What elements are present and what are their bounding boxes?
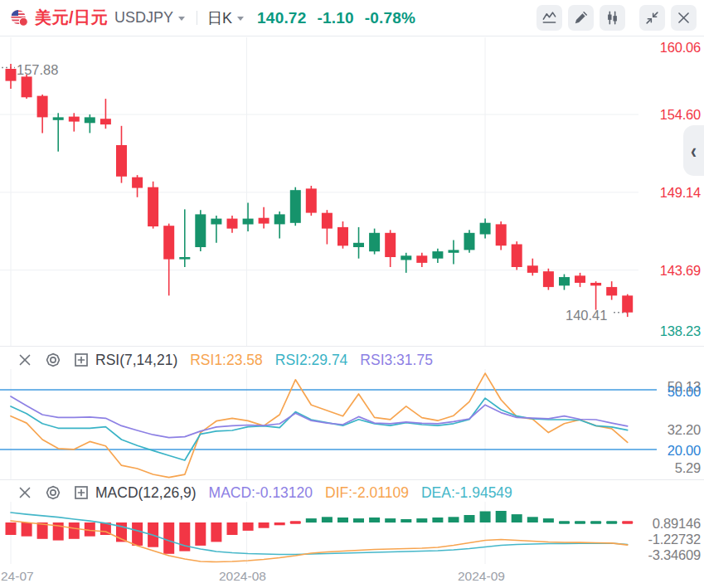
macd-value: MACD:-0.13120 [209, 484, 313, 502]
time-tick: 2024-09 [458, 569, 505, 584]
low-price-annotation: 140.41 [566, 308, 607, 323]
draw-button[interactable] [568, 5, 594, 31]
rsi2-value: RSI2:29.74 [275, 352, 348, 369]
indicator-icon [541, 10, 557, 26]
trading-chart-app: 美元/日元 USDJPY 日K 140.72 -1.10 -0.78% [0, 0, 704, 588]
time-tick: 2024-08 [219, 569, 266, 584]
macd-header: MACD(12,26,9) MACD:-0.13120 DIF:-2.01109… [0, 481, 638, 504]
rsi-header: RSI(7,14,21) RSI1:23.58 RSI2:29.74 RSI3:… [0, 348, 638, 372]
interval-label: 日K [207, 8, 232, 28]
macd-title: MACD(12,26,9) [95, 484, 197, 502]
macd-tick: -1.22732 [648, 531, 701, 547]
macd-add-button[interactable] [72, 484, 90, 502]
candlestick-chart[interactable] [0, 37, 704, 346]
candlestick-icon [604, 10, 620, 26]
chevron-left-icon: ‹ [691, 139, 697, 161]
collapse-axis-tab[interactable]: ‹ [683, 125, 704, 176]
collapse-button[interactable] [639, 5, 665, 31]
price-tick: 160.06 [660, 39, 701, 56]
open-price-annotation: 157.88 [17, 62, 58, 78]
rsi3-value: RSI3:31.75 [360, 352, 433, 369]
rsi-chart[interactable] [0, 369, 704, 479]
pair-code-label: USDJPY [114, 9, 173, 27]
panel-separator [0, 346, 704, 347]
rsi-settings-button[interactable] [44, 352, 61, 369]
currency-pair-flag-icon [10, 8, 29, 27]
rsi-tick: 5.29 [675, 459, 701, 476]
quote-block: 140.72 -1.10 -0.78% [257, 9, 426, 27]
pair-selector[interactable]: USDJPY [114, 9, 185, 27]
rsi-tick: 32.20 [668, 421, 701, 438]
gear-icon [46, 352, 61, 367]
price-change: -1.10 [317, 9, 353, 27]
dif-value: DIF:-2.01109 [325, 484, 409, 502]
rsi-remove-button[interactable] [16, 352, 33, 369]
interval-selector[interactable]: 日K [207, 8, 244, 28]
dea-value: DEA:-1.94549 [421, 484, 512, 502]
pair-info: 美元/日元 USDJPY 日K 140.72 -1.10 -0.78% [0, 7, 426, 29]
macd-settings-button[interactable] [44, 484, 61, 502]
chevron-down-icon [178, 17, 185, 21]
plus-square-icon [74, 485, 89, 500]
rsi-tick: 50.00 [668, 383, 701, 400]
chart-header: 美元/日元 USDJPY 日K 140.72 -1.10 -0.78% [0, 0, 704, 36]
gear-icon [46, 485, 61, 500]
rsi-tick: 20.00 [668, 442, 701, 459]
price-change-pct: -0.78% [365, 9, 415, 27]
last-price: 140.72 [257, 9, 306, 27]
close-chart-button[interactable] [671, 5, 697, 31]
price-tick: 138.23 [660, 323, 701, 339]
divider [197, 11, 197, 25]
price-tick: 143.69 [660, 262, 701, 279]
chevron-down-icon [237, 17, 244, 21]
price-tick: 154.60 [660, 106, 701, 123]
macd-tick: -3.34609 [648, 547, 701, 563]
time-axis: 24-072024-082024-09 [0, 564, 704, 588]
panel-separator [0, 479, 704, 480]
chart-style-button[interactable] [600, 5, 625, 31]
draw-pencil-icon [573, 10, 589, 26]
collapse-icon [644, 10, 660, 26]
macd-chart[interactable] [0, 502, 704, 564]
pair-name-cn[interactable]: 美元/日元 [35, 7, 108, 29]
close-icon [676, 10, 692, 26]
plus-square-icon [74, 352, 89, 367]
rsi-add-button[interactable] [72, 352, 90, 369]
macd-tick: 0.89146 [653, 515, 701, 532]
close-icon [17, 352, 32, 367]
indicator-button[interactable] [536, 5, 562, 31]
rsi1-value: RSI1:23.58 [190, 352, 263, 369]
price-tick: 149.14 [660, 184, 701, 201]
time-tick: 24-07 [1, 569, 34, 584]
close-icon [17, 485, 32, 500]
chart-toolbar [531, 5, 697, 31]
macd-remove-button[interactable] [16, 484, 33, 502]
rsi-title: RSI(7,14,21) [95, 352, 177, 369]
